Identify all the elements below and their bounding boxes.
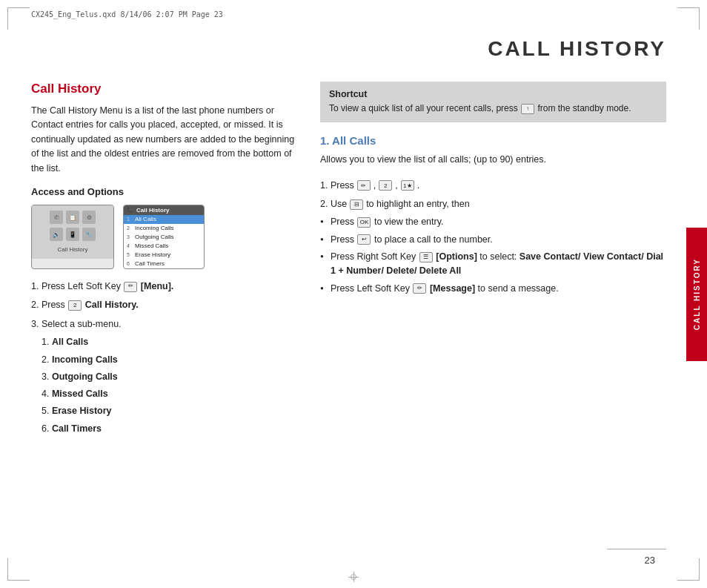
all-calls-desc: Allows you to view the list of all calls… <box>320 153 666 167</box>
shortcut-key-icon: ↑ <box>521 104 534 114</box>
two-column-layout: Call History The Call History Menu is a … <box>31 82 666 438</box>
sub-menu-item-6: 6. Call Timers <box>42 421 298 437</box>
menu-item-6-label: Call Timers <box>135 260 165 267</box>
menu-item-5-label: Erase History <box>135 251 170 258</box>
bullet-list: Press OK to view the entry. Press ↩ to p… <box>320 215 666 296</box>
phone-icon-4: 🔊 <box>50 228 63 241</box>
phone-icon-2: 📋 <box>66 211 79 224</box>
sub-menu-item-4: 4. Missed Calls <box>42 386 298 402</box>
center-crosshair <box>348 572 359 582</box>
sub-menu-item-3: 3. Outgoing Calls <box>42 369 298 385</box>
menu-item-5: 5 Erase History <box>124 251 204 260</box>
menu-item-6: 6 Call Timers <box>124 260 204 268</box>
step2-text2: to highlight an entry, then <box>366 196 469 212</box>
sub-menu-item-2: 2. Incoming Calls <box>42 352 298 368</box>
menu-item-2-label: Incoming Calls <box>135 225 173 231</box>
key-message: ✏ <box>413 283 426 294</box>
print-info: CX245_Eng_Telus.qxd 8/14/06 2:07 PM Page… <box>31 10 223 19</box>
phone-icon-5: 📱 <box>66 228 79 241</box>
shortcut-title: Shortcut <box>329 89 657 99</box>
key-call: ↩ <box>357 234 371 245</box>
step1-period: . <box>417 178 419 194</box>
body-text: The Call History Menu is a list of the l… <box>31 104 298 176</box>
phone-icon-3: ⚙ <box>82 211 96 224</box>
phone-icon-1: ✆ <box>50 211 63 224</box>
key-nav: ⊟ <box>350 199 363 210</box>
side-tab: CALL HISTORY <box>686 228 707 361</box>
all-calls-step2: 2. Use ⊟ to highlight an entry, then <box>320 196 666 212</box>
right-column: Shortcut To view a quick list of all you… <box>320 82 666 438</box>
all-calls-step1: 1. Press ✏ , 2 , 1★ . <box>320 178 666 194</box>
step2-text1: 2. Use <box>320 196 347 212</box>
bullet-2: Press ↩ to place a call to the number. <box>320 233 666 247</box>
menu-item-1: 1 All Calls <box>124 215 204 224</box>
step1-comma1: , <box>374 178 376 194</box>
menu-item-4-label: Missed Calls <box>135 242 168 249</box>
section-heading: Call History <box>31 82 298 96</box>
step-2: 2. Press 2 Call History. <box>31 297 298 314</box>
menu-item-3-label: Outgoing Calls <box>135 234 173 240</box>
phone-menu-image: 📞 Call History 1 All Calls 2 Incoming Ca… <box>123 205 205 269</box>
step1-comma2: , <box>395 178 397 194</box>
menu-title-bar: 📞 Call History <box>124 205 204 215</box>
shortcut-box: Shortcut To view a quick list of all you… <box>320 82 666 122</box>
key-2-icon: 2 <box>68 300 82 311</box>
key-options: ☰ <box>419 252 433 262</box>
corner-mark-tl <box>7 7 30 30</box>
step-1: 1. Press Left Soft Key ✏ [Menu]. <box>31 278 298 295</box>
menu-item-2: 2 Incoming Calls <box>124 224 204 233</box>
sub-menu-list: 1. All Calls 2. Incoming Calls 3. Outgoi… <box>31 334 298 437</box>
side-tab-label: CALL HISTORY <box>693 258 701 330</box>
shortcut-text: To view a quick list of all your recent … <box>329 102 657 115</box>
key-pencil: ✏ <box>357 180 371 191</box>
left-column: Call History The Call History Menu is a … <box>31 82 298 438</box>
sub-menu-item-5: 5. Erase History <box>42 403 298 419</box>
menu-item-1-label: All Calls <box>135 216 156 222</box>
key-1star: 1★ <box>401 180 414 191</box>
step-3: 3. Select a sub-menu. <box>31 316 298 333</box>
sub-menu-item-1: 1. All Calls <box>42 334 298 350</box>
step1-text: 1. Press <box>320 178 354 194</box>
main-content: CALL HISTORY Call History The Call Histo… <box>31 37 666 551</box>
corner-mark-bl <box>7 558 30 581</box>
access-options-heading: Access and Options <box>31 186 298 197</box>
bullet-1: Press OK to view the entry. <box>320 215 666 229</box>
menu-key-icon: ✏ <box>124 282 137 292</box>
page-title: CALL HISTORY <box>31 37 666 61</box>
bullet-4: Press Left Soft Key ✏ [Message] to send … <box>320 282 666 296</box>
menu-item-3: 3 Outgoing Calls <box>124 233 204 242</box>
corner-mark-tr <box>677 7 700 30</box>
horizontal-rule <box>607 549 666 549</box>
phone-top-image: ✆ 📋 ⚙ 🔊 📱 🔧 Call History <box>31 205 114 269</box>
call-history-label-top: Call History <box>58 246 88 253</box>
all-calls-heading: 1. All Calls <box>320 134 666 147</box>
page-number: 23 <box>645 555 655 566</box>
menu-title-text: Call History <box>136 207 169 214</box>
key-ok: OK <box>357 217 371 228</box>
phone-images-area: ✆ 📋 ⚙ 🔊 📱 🔧 Call History <box>31 205 298 269</box>
corner-mark-br <box>677 558 700 581</box>
bullet-3: Press Right Soft Key ☰ [Options] to sele… <box>320 250 666 279</box>
menu-item-4: 4 Missed Calls <box>124 242 204 251</box>
key-2abc: 2 <box>379 180 392 191</box>
steps-text: 1. Press Left Soft Key ✏ [Menu]. 2. Pres… <box>31 278 298 333</box>
phone-icon-6: 🔧 <box>82 228 96 241</box>
